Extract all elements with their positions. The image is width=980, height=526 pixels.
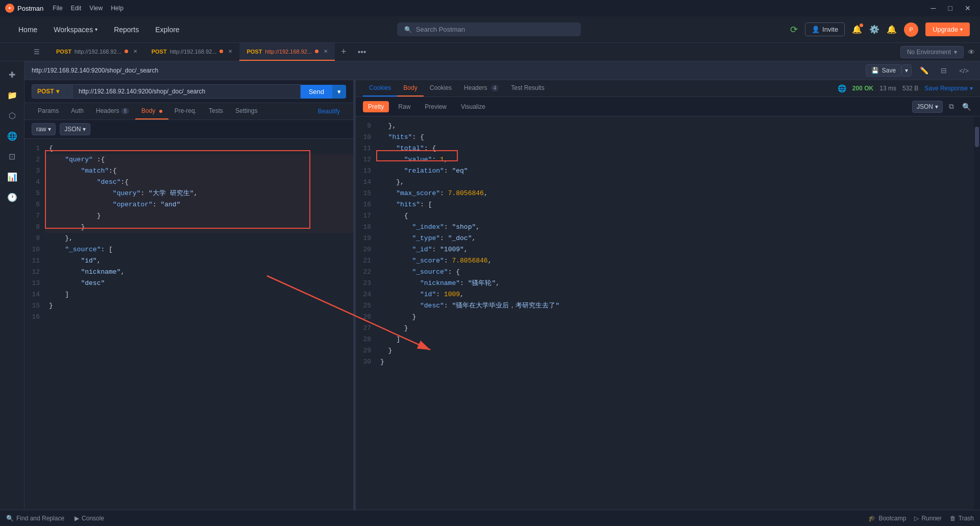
code-line-1: { <box>45 143 353 154</box>
save-button[interactable]: 💾 Save <box>866 64 901 77</box>
console-button[interactable]: ▶ Console <box>75 515 104 522</box>
resp-tab-body[interactable]: Body <box>397 80 423 97</box>
response-scrollbar[interactable] <box>974 116 980 510</box>
code-editor[interactable]: 12345 678910 1112131415 16 { "query" :{ … <box>24 139 353 510</box>
pretty-view-button[interactable]: Pretty <box>363 101 389 112</box>
resp-line-12: "value": 1, <box>376 154 974 165</box>
resp-tab-cookies[interactable]: Cookies <box>424 80 458 97</box>
resp-line-13: "relation": "eq" <box>376 165 974 177</box>
search-response-button[interactable]: 🔍 <box>960 100 973 113</box>
visualize-view-button[interactable]: Visualize <box>456 101 491 112</box>
tab-url-2: http://192.168.92... <box>170 49 217 55</box>
send-button[interactable]: Send <box>301 85 332 99</box>
sidebar-collections-icon[interactable]: 📁 <box>3 86 21 104</box>
bootcamp-button[interactable]: 🎓 Bootcamp <box>868 515 906 522</box>
save-response-button[interactable]: Save Response ▾ <box>924 85 973 92</box>
add-tab-button[interactable]: + <box>335 43 353 61</box>
tab-close-2[interactable]: ✕ <box>228 49 232 54</box>
code-line-3: "match":{ <box>45 165 353 177</box>
tab-auth[interactable]: Auth <box>65 103 90 119</box>
tab-close-1[interactable]: ✕ <box>133 49 137 54</box>
request-tabs-bar: ☰ POST http://192.168.92... ✕ POST http:… <box>0 43 980 61</box>
resp-line-11: "total": { <box>376 143 974 154</box>
notifications-bell-button[interactable]: 🔔 <box>852 25 862 34</box>
url-input[interactable] <box>72 84 301 99</box>
nav-explore[interactable]: Explore <box>147 26 187 34</box>
menu-help[interactable]: Help <box>111 5 124 12</box>
body-type-select[interactable]: raw ▾ <box>32 123 56 135</box>
settings-icon[interactable]: ⚙️ <box>869 25 879 34</box>
trash-button[interactable]: 🗑 Trash <box>950 515 974 522</box>
sidebar-api-icon[interactable]: ⬡ <box>3 106 21 125</box>
tab-settings[interactable]: Settings <box>229 103 263 119</box>
sidebar-monitor-icon[interactable]: 📊 <box>3 168 21 186</box>
edit-icon[interactable]: ✏️ <box>916 64 933 77</box>
tab-prereq[interactable]: Pre-req. <box>168 103 203 119</box>
code-line-4: "desc":{ <box>45 177 353 188</box>
tab-headers[interactable]: Headers8 <box>90 103 135 119</box>
find-replace-button[interactable]: 🔍 Find and Replace <box>6 515 64 522</box>
sidebar-history-icon[interactable]: 🕐 <box>3 188 21 206</box>
resp-tab-headers[interactable]: Headers 4 <box>458 80 505 97</box>
resp-line-24: "id": 1009, <box>376 289 974 300</box>
tab-3[interactable]: POST http://192.168.92... ✕ <box>239 43 335 61</box>
send-dropdown-button[interactable]: ▾ <box>332 85 346 99</box>
response-panel: Cookies Body Cookies Headers 4 Test Resu… <box>356 80 980 510</box>
environment-settings-icon[interactable]: 👁 <box>968 48 975 56</box>
tab-tests[interactable]: Tests <box>203 103 229 119</box>
menu-file[interactable]: File <box>53 5 62 12</box>
nav-reports[interactable]: Reports <box>106 26 147 34</box>
code-icon[interactable]: </> <box>955 65 973 77</box>
beautify-button[interactable]: Beautify <box>312 104 346 119</box>
titlebar: ✦ Postman File Edit View Help ─ □ ✕ <box>0 0 980 16</box>
menu-view[interactable]: View <box>89 5 103 12</box>
minimize-button[interactable]: ─ <box>927 3 940 13</box>
sidebar-env-icon[interactable]: 🌐 <box>3 127 21 145</box>
format-icon[interactable]: ⊟ <box>937 64 951 77</box>
body-format-select[interactable]: JSON ▾ <box>60 123 90 135</box>
nav-workspaces[interactable]: Workspaces ▾ <box>45 26 106 34</box>
tab-params[interactable]: Params <box>32 103 65 119</box>
invite-button[interactable]: 👤 Invite <box>805 22 845 36</box>
menu-edit[interactable]: Edit <box>71 5 82 12</box>
code-line-16: } <box>45 300 353 312</box>
resp-tab-test-results[interactable]: Test Results <box>505 80 550 97</box>
sidebar-toggle[interactable]: ☰ <box>24 43 49 61</box>
bell-icon[interactable]: 🔔 <box>887 25 897 34</box>
close-button[interactable]: ✕ <box>961 3 975 13</box>
nav-home[interactable]: Home <box>10 26 45 34</box>
method-select[interactable]: POST ▾ <box>32 84 72 99</box>
chevron-down-icon: ▾ <box>56 88 59 95</box>
runner-button[interactable]: ▷ Runner <box>914 515 941 522</box>
sidebar-new-icon[interactable]: ✚ <box>3 65 21 84</box>
code-line-9: }, <box>45 233 353 244</box>
sync-icon[interactable]: ⟳ <box>790 24 798 35</box>
resp-line-14: }, <box>376 177 974 188</box>
user-avatar[interactable]: P <box>904 22 918 37</box>
save-dropdown-button[interactable]: ▾ <box>901 64 912 77</box>
resp-line-16: "hits": [ <box>376 199 974 210</box>
tab-1[interactable]: POST http://192.168.92... ✕ <box>49 43 144 61</box>
tab-url-1: http://192.168.92... <box>75 49 121 55</box>
tab-2[interactable]: POST http://192.168.92... ✕ <box>144 43 240 61</box>
globe-icon: 🌐 <box>838 84 846 92</box>
sidebar-mock-icon[interactable]: ⊡ <box>3 147 21 165</box>
maximize-button[interactable]: □ <box>944 3 957 13</box>
bottom-right-area: 🎓 Bootcamp ▷ Runner 🗑 Trash <box>868 515 974 522</box>
sidebar: ✚ 📁 ⬡ 🌐 ⊡ 📊 🕐 <box>0 61 24 510</box>
search-placeholder: Search Postman <box>416 26 465 33</box>
response-format-select[interactable]: JSON ▾ <box>912 101 943 113</box>
tab-body[interactable]: Body <box>135 103 168 119</box>
preview-view-button[interactable]: Preview <box>420 101 452 112</box>
environment-selector[interactable]: No Environment ▾ <box>900 46 964 58</box>
bootcamp-icon: 🎓 <box>868 515 876 522</box>
status-code: 200 OK <box>852 85 873 92</box>
resp-tab-cookies-left[interactable]: Cookies <box>363 80 397 97</box>
response-code-content: }, "hits": { "total": { "value": 1, "rel… <box>376 116 974 510</box>
copy-response-button[interactable]: ⧉ <box>947 100 956 113</box>
raw-view-button[interactable]: Raw <box>393 101 415 112</box>
tab-close-3[interactable]: ✕ <box>324 49 328 54</box>
upgrade-button[interactable]: Upgrade ▾ <box>925 22 970 36</box>
search-bar[interactable]: 🔍 Search Postman <box>397 22 581 36</box>
more-tabs-button[interactable]: ••• <box>353 43 372 61</box>
